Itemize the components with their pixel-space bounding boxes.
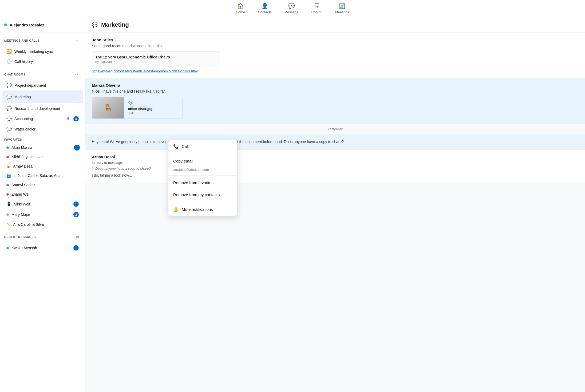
user-name: Alejandro Rosalez	[10, 23, 71, 27]
mary-name: Mary Major	[11, 212, 71, 217]
favorites-title: FAVORITES	[4, 138, 22, 141]
recent-messages-compose-button[interactable]: ✏	[75, 233, 81, 241]
ana-status-icon: ✏️	[6, 223, 10, 226]
image-placeholder-icon: 🪑	[104, 104, 113, 112]
marketing-label: Marketing	[14, 95, 69, 99]
sidebar-item-akua[interactable]: Akua Mansa ⋯	[2, 143, 83, 152]
marcia-sender: Márcia Oliveira	[92, 83, 579, 88]
chat-rooms-header: CHAT ROOMS ⋯	[0, 67, 85, 80]
user-status-dot	[4, 23, 7, 26]
sidebar-item-li-juan[interactable]: 👥 Li Juan, Carlos Salazar, Ana...	[2, 171, 83, 180]
sidebar-item-mary[interactable]: Mary Major 2	[2, 209, 83, 220]
chat-rooms-options-button[interactable]: ⋯	[74, 70, 81, 78]
message-john-stiles: John Stiles Some good recommendations in…	[85, 33, 585, 78]
chat-rooms-title: CHAT ROOMS	[4, 73, 25, 76]
arnav-status-icon: 🔒	[6, 164, 10, 168]
sidebar-item-zhang[interactable]: Zhang Wei	[2, 190, 83, 199]
recent-messages-title: RECENT MESSAGES	[4, 235, 36, 239]
accounting-badge: 5	[73, 116, 79, 121]
top-nav: 🏠 Home 👤 Contacts 💬 Message 🗨 Rooms 🔄 Me…	[0, 0, 585, 17]
sidebar-item-ana-carolina[interactable]: ✏️ Ana Carolina Silva	[2, 220, 83, 229]
sidebar: Alejandro Rosalez ⋯ MEETINGS AND CALLS ⋯…	[0, 17, 85, 392]
sidebar-item-kwaku[interactable]: Kwaku Mensah 1	[2, 243, 83, 253]
nav-rooms[interactable]: 🗨 Rooms	[311, 3, 322, 14]
remove-contacts-label: Remove from my contacts	[173, 192, 220, 197]
image-info: 📎 office-chair.jpg 9 kB	[124, 98, 156, 118]
sidebar-item-water-cooler[interactable]: 💬 Water cooler	[2, 124, 83, 134]
sidebar-item-call-history[interactable]: 🕐 Call history	[2, 57, 83, 66]
image-size: 9 kB	[128, 111, 152, 115]
sync-icon: 🔁	[6, 49, 12, 54]
akua-status-dot	[6, 146, 9, 149]
li-juan-name: Li Juan, Carlos Salazar, Ana...	[14, 173, 79, 178]
user-options-button[interactable]: ⋯	[74, 21, 81, 29]
nav-home[interactable]: 🏠 Home	[236, 3, 245, 14]
link-url[interactable]: https://nymag.com/strategist/article/bes…	[92, 69, 579, 73]
messages-area: John Stiles Some good recommendations in…	[85, 33, 585, 392]
nikhil-status-dot	[6, 156, 9, 158]
zhang-name: Zhang Wei	[11, 192, 79, 196]
kwaku-status-dot	[6, 247, 9, 249]
message-icon: 💬	[288, 3, 295, 9]
saanvi-name: Saanvi Sarkar	[11, 183, 79, 187]
clock-icon: 🕐	[6, 59, 12, 64]
sidebar-item-arnav[interactable]: 🔒 Arnav Desai	[2, 162, 83, 171]
message-marcia: Márcia Oliveira Nice! I have this one an…	[85, 78, 585, 124]
sidebar-item-project-dept[interactable]: 💬 Project department	[2, 80, 83, 90]
nikki-name: Nikki Wolf	[14, 202, 71, 206]
context-menu-divider-1	[168, 154, 237, 154]
remove-favorites-label: Remove from favorites	[173, 180, 214, 185]
chat-bubble-icon: 💬	[6, 83, 12, 88]
sidebar-item-research[interactable]: 💬 Research and development	[2, 104, 83, 113]
call-icon: 📞	[173, 144, 179, 149]
sidebar-item-nikhil[interactable]: Nikhil Jayashankar	[2, 152, 83, 161]
message-team: Hey team! We've got plenty of topics to …	[85, 134, 585, 150]
nav-meetings[interactable]: 🔄 Meetings	[335, 3, 349, 14]
sidebar-item-marketing[interactable]: 💬 Marketing ⋯	[2, 90, 83, 103]
sidebar-item-weekly-sync[interactable]: 🔁 Weekly marketing sync	[2, 46, 83, 56]
chat-header: 💬 Marketing	[85, 17, 585, 33]
nav-rooms-label: Rooms	[311, 10, 322, 14]
rooms-icon: 🗨	[314, 3, 319, 9]
mary-badge: 2	[73, 212, 79, 217]
project-dept-label: Project department	[14, 83, 79, 88]
link-title: The 12 Very Best Ergonomic Office Chairs	[95, 55, 216, 59]
bell-icon: 🔔	[173, 207, 179, 212]
team-message-text: Hey team! We've got plenty of topics to …	[92, 139, 579, 145]
meetings-calls-options-button[interactable]: ⋯	[74, 37, 81, 45]
nav-contacts-label: Contacts	[258, 10, 271, 14]
john-stiles-sender: John Stiles	[92, 38, 579, 42]
link-preview: The 12 Very Best Ergonomic Office Chairs…	[92, 52, 220, 67]
nav-message[interactable]: 💬 Message	[284, 3, 299, 14]
context-menu-remove-favorites[interactable]: Remove from favorites	[168, 177, 237, 189]
context-menu-call[interactable]: 📞 Call	[168, 140, 237, 153]
arnav-text: I do, taking a look now...	[92, 173, 579, 178]
message-arnav: Arnav Desai In reply to message: Does an…	[85, 150, 585, 183]
context-menu-copy-email[interactable]: Copy email	[168, 155, 237, 167]
room-title: Marketing	[101, 21, 129, 28]
context-menu: 📞 Call Copy email amansa@amazon.com Remo…	[168, 140, 238, 216]
accounting-label: Accounting	[14, 117, 64, 121]
context-menu-divider-3	[168, 202, 237, 202]
sidebar-item-saanvi[interactable]: Saanvi Sarkar	[2, 180, 83, 189]
date-divider-text: Yesterday	[327, 127, 343, 131]
contacts-icon: 👤	[262, 3, 268, 9]
context-menu-mute[interactable]: 🔔 Mute notifications	[168, 203, 237, 216]
marketing-options-button[interactable]: ⋯	[72, 93, 79, 101]
nav-contacts[interactable]: 👤 Contacts	[258, 3, 271, 14]
context-menu-call-label: Call	[182, 144, 189, 149]
nav-home-label: Home	[236, 10, 245, 14]
john-stiles-text: Some good recommendations in this articl…	[92, 43, 579, 49]
akua-menu-badge[interactable]: ⋯	[74, 145, 80, 151]
arnav-reply-label: In reply to message:	[92, 160, 579, 165]
nav-message-label: Message	[284, 10, 299, 14]
water-cooler-chat-icon: 💬	[6, 126, 12, 132]
email-value-text: amansa@amazon.com	[173, 168, 209, 172]
sidebar-item-accounting[interactable]: 💬 Accounting @ 5	[2, 114, 83, 124]
context-menu-remove-contacts[interactable]: Remove from my contacts	[168, 189, 237, 201]
meetings-icon: 🔄	[339, 3, 345, 9]
kwaku-name: Kwaku Mensah	[11, 246, 71, 250]
nikki-status-icon: 📱	[6, 202, 11, 206]
context-menu-email-value: amansa@amazon.com	[168, 167, 237, 174]
sidebar-item-nikki[interactable]: 📱 Nikki Wolf 1	[2, 199, 83, 209]
